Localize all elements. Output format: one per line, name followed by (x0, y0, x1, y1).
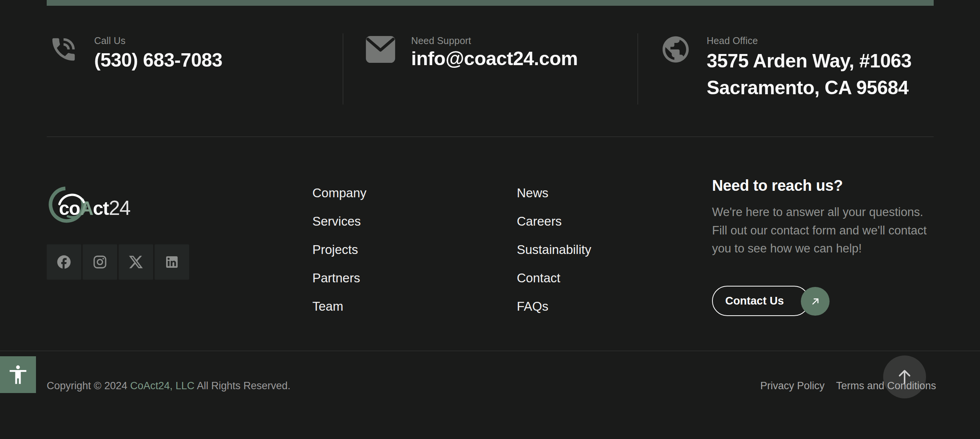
nav-item: News (517, 179, 591, 207)
call-us-label: Call Us (94, 35, 126, 46)
office-address-line1: 3575 Arden Way, #1063 (707, 48, 911, 74)
logo-text: coAct24 (59, 197, 130, 219)
instagram-icon (92, 254, 108, 270)
office-address-line2: Sacramento, CA 95684 (707, 74, 911, 101)
nav-item: Company (312, 179, 366, 207)
nav-link-sustainability[interactable]: Sustainability (517, 242, 591, 257)
coact24-logo[interactable]: coAct24 (45, 182, 132, 226)
arrow-up-icon (895, 367, 915, 387)
nav-link-team[interactable]: Team (312, 299, 343, 314)
arrow-up-right-icon (809, 295, 822, 308)
vertical-divider (343, 33, 343, 105)
copyright-suffix: All Rights Reserved. (194, 380, 291, 391)
reach-us-heading: Need to reach us? (712, 177, 843, 194)
nav-item: Team (312, 292, 366, 321)
footer: { "contact_info": { "call": { "label": "… (0, 0, 980, 439)
scroll-to-top-button[interactable] (883, 355, 926, 398)
reach-us-line: you to see how we can help! (712, 239, 927, 258)
nav-link-services[interactable]: Services (312, 214, 361, 229)
x-twitter-button[interactable] (119, 244, 153, 280)
social-links-row (47, 244, 189, 280)
nav-link-news[interactable]: News (517, 186, 549, 200)
phone-icon (49, 34, 78, 64)
reach-us-line: We're here to answer all your questions. (712, 203, 927, 221)
copyright-text: Copyright © 2024 CoAct24, LLC All Rights… (47, 380, 291, 392)
nav-link-partners[interactable]: Partners (312, 271, 360, 285)
nav-link-careers[interactable]: Careers (517, 214, 562, 229)
support-email-link[interactable]: info@coact24.com (411, 48, 578, 70)
linkedin-button[interactable] (155, 244, 189, 280)
linkedin-icon (164, 254, 180, 270)
privacy-policy-link[interactable]: Privacy Policy (760, 380, 825, 392)
nav-item: Contact (517, 264, 591, 292)
head-office-label: Head Office (707, 35, 758, 46)
nav-link-contact[interactable]: Contact (517, 271, 560, 285)
envelope-icon (366, 36, 395, 63)
nav-link-projects[interactable]: Projects (312, 242, 358, 257)
section-divider (47, 136, 934, 137)
facebook-icon (56, 254, 72, 270)
nav-item: Careers (517, 207, 591, 236)
nav-item: Sustainability (517, 236, 591, 264)
contact-us-button-label: Contact Us (725, 295, 784, 307)
nav-item: Projects (312, 236, 366, 264)
nav-link-company[interactable]: Company (312, 186, 366, 200)
contact-us-button[interactable]: Contact Us (712, 286, 809, 316)
footer-nav-column-2: News Careers Sustainability Contact FAQs (517, 179, 591, 321)
bottom-divider (0, 351, 980, 351)
company-link[interactable]: CoAct24, LLC (130, 380, 194, 391)
nav-link-faqs[interactable]: FAQs (517, 299, 549, 314)
reach-us-line: Fill out our contact form and we'll cont… (712, 221, 927, 240)
accessibility-icon (7, 364, 29, 386)
instagram-button[interactable] (83, 244, 117, 280)
phone-number-link[interactable]: (530) 683-7083 (94, 49, 222, 71)
x-twitter-icon (129, 255, 143, 269)
globe-icon (660, 34, 691, 65)
vertical-divider (637, 33, 638, 105)
facebook-button[interactable] (47, 244, 81, 280)
copyright-prefix: Copyright © 2024 (47, 380, 130, 391)
office-address: 3575 Arden Way, #1063 Sacramento, CA 956… (707, 48, 911, 101)
top-accent-bar (47, 0, 934, 6)
nav-item: Partners (312, 264, 366, 292)
need-support-label: Need Support (411, 35, 471, 46)
reach-us-paragraph: We're here to answer all your questions.… (712, 203, 927, 258)
nav-item: FAQs (517, 292, 591, 321)
nav-item: Services (312, 207, 366, 236)
accessibility-widget-button[interactable] (0, 356, 36, 393)
contact-us-arrow-circle (801, 287, 830, 316)
footer-nav-column-1: Company Services Projects Partners Team (312, 179, 366, 321)
